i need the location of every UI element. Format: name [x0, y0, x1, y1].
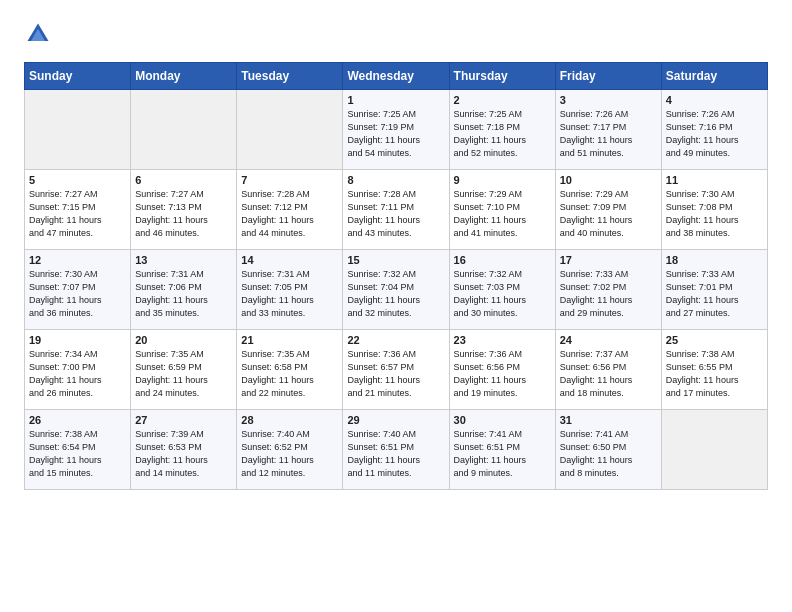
- day-info: Sunrise: 7:26 AM Sunset: 7:17 PM Dayligh…: [560, 108, 657, 160]
- day-info: Sunrise: 7:40 AM Sunset: 6:51 PM Dayligh…: [347, 428, 444, 480]
- day-info: Sunrise: 7:27 AM Sunset: 7:15 PM Dayligh…: [29, 188, 126, 240]
- day-info: Sunrise: 7:32 AM Sunset: 7:04 PM Dayligh…: [347, 268, 444, 320]
- calendar-week-row: 19Sunrise: 7:34 AM Sunset: 7:00 PM Dayli…: [25, 330, 768, 410]
- day-number: 27: [135, 414, 232, 426]
- day-number: 23: [454, 334, 551, 346]
- day-number: 16: [454, 254, 551, 266]
- calendar-cell: 31Sunrise: 7:41 AM Sunset: 6:50 PM Dayli…: [555, 410, 661, 490]
- page: SundayMondayTuesdayWednesdayThursdayFrid…: [0, 0, 792, 510]
- calendar-table: SundayMondayTuesdayWednesdayThursdayFrid…: [24, 62, 768, 490]
- day-info: Sunrise: 7:38 AM Sunset: 6:55 PM Dayligh…: [666, 348, 763, 400]
- weekday-header: Friday: [555, 63, 661, 90]
- day-info: Sunrise: 7:37 AM Sunset: 6:56 PM Dayligh…: [560, 348, 657, 400]
- calendar-cell: 29Sunrise: 7:40 AM Sunset: 6:51 PM Dayli…: [343, 410, 449, 490]
- weekday-header: Wednesday: [343, 63, 449, 90]
- day-info: Sunrise: 7:29 AM Sunset: 7:09 PM Dayligh…: [560, 188, 657, 240]
- day-number: 5: [29, 174, 126, 186]
- day-info: Sunrise: 7:41 AM Sunset: 6:50 PM Dayligh…: [560, 428, 657, 480]
- day-number: 4: [666, 94, 763, 106]
- calendar-cell: 1Sunrise: 7:25 AM Sunset: 7:19 PM Daylig…: [343, 90, 449, 170]
- day-number: 7: [241, 174, 338, 186]
- calendar-cell: 16Sunrise: 7:32 AM Sunset: 7:03 PM Dayli…: [449, 250, 555, 330]
- day-info: Sunrise: 7:32 AM Sunset: 7:03 PM Dayligh…: [454, 268, 551, 320]
- day-number: 26: [29, 414, 126, 426]
- calendar-cell: [237, 90, 343, 170]
- day-info: Sunrise: 7:28 AM Sunset: 7:12 PM Dayligh…: [241, 188, 338, 240]
- weekday-header: Tuesday: [237, 63, 343, 90]
- day-number: 10: [560, 174, 657, 186]
- day-info: Sunrise: 7:27 AM Sunset: 7:13 PM Dayligh…: [135, 188, 232, 240]
- calendar-cell: 15Sunrise: 7:32 AM Sunset: 7:04 PM Dayli…: [343, 250, 449, 330]
- day-number: 20: [135, 334, 232, 346]
- calendar-week-row: 1Sunrise: 7:25 AM Sunset: 7:19 PM Daylig…: [25, 90, 768, 170]
- day-number: 18: [666, 254, 763, 266]
- calendar-cell: 6Sunrise: 7:27 AM Sunset: 7:13 PM Daylig…: [131, 170, 237, 250]
- calendar-cell: 13Sunrise: 7:31 AM Sunset: 7:06 PM Dayli…: [131, 250, 237, 330]
- calendar-cell: 5Sunrise: 7:27 AM Sunset: 7:15 PM Daylig…: [25, 170, 131, 250]
- calendar-cell: 12Sunrise: 7:30 AM Sunset: 7:07 PM Dayli…: [25, 250, 131, 330]
- calendar-cell: 25Sunrise: 7:38 AM Sunset: 6:55 PM Dayli…: [661, 330, 767, 410]
- calendar-cell: [661, 410, 767, 490]
- day-info: Sunrise: 7:25 AM Sunset: 7:19 PM Dayligh…: [347, 108, 444, 160]
- day-info: Sunrise: 7:36 AM Sunset: 6:56 PM Dayligh…: [454, 348, 551, 400]
- calendar-cell: 23Sunrise: 7:36 AM Sunset: 6:56 PM Dayli…: [449, 330, 555, 410]
- day-info: Sunrise: 7:40 AM Sunset: 6:52 PM Dayligh…: [241, 428, 338, 480]
- day-number: 17: [560, 254, 657, 266]
- day-number: 29: [347, 414, 444, 426]
- day-number: 11: [666, 174, 763, 186]
- day-info: Sunrise: 7:30 AM Sunset: 7:08 PM Dayligh…: [666, 188, 763, 240]
- day-number: 28: [241, 414, 338, 426]
- calendar-cell: 14Sunrise: 7:31 AM Sunset: 7:05 PM Dayli…: [237, 250, 343, 330]
- calendar-cell: 21Sunrise: 7:35 AM Sunset: 6:58 PM Dayli…: [237, 330, 343, 410]
- day-info: Sunrise: 7:33 AM Sunset: 7:02 PM Dayligh…: [560, 268, 657, 320]
- calendar-cell: 11Sunrise: 7:30 AM Sunset: 7:08 PM Dayli…: [661, 170, 767, 250]
- calendar-cell: 10Sunrise: 7:29 AM Sunset: 7:09 PM Dayli…: [555, 170, 661, 250]
- day-number: 9: [454, 174, 551, 186]
- day-number: 24: [560, 334, 657, 346]
- calendar-week-row: 12Sunrise: 7:30 AM Sunset: 7:07 PM Dayli…: [25, 250, 768, 330]
- calendar-cell: 22Sunrise: 7:36 AM Sunset: 6:57 PM Dayli…: [343, 330, 449, 410]
- day-info: Sunrise: 7:28 AM Sunset: 7:11 PM Dayligh…: [347, 188, 444, 240]
- weekday-header-row: SundayMondayTuesdayWednesdayThursdayFrid…: [25, 63, 768, 90]
- calendar-cell: 27Sunrise: 7:39 AM Sunset: 6:53 PM Dayli…: [131, 410, 237, 490]
- day-info: Sunrise: 7:25 AM Sunset: 7:18 PM Dayligh…: [454, 108, 551, 160]
- day-info: Sunrise: 7:35 AM Sunset: 6:59 PM Dayligh…: [135, 348, 232, 400]
- day-number: 6: [135, 174, 232, 186]
- day-info: Sunrise: 7:29 AM Sunset: 7:10 PM Dayligh…: [454, 188, 551, 240]
- day-info: Sunrise: 7:38 AM Sunset: 6:54 PM Dayligh…: [29, 428, 126, 480]
- calendar-cell: [131, 90, 237, 170]
- calendar-cell: [25, 90, 131, 170]
- weekday-header: Thursday: [449, 63, 555, 90]
- calendar-cell: 20Sunrise: 7:35 AM Sunset: 6:59 PM Dayli…: [131, 330, 237, 410]
- day-number: 13: [135, 254, 232, 266]
- day-number: 21: [241, 334, 338, 346]
- day-info: Sunrise: 7:34 AM Sunset: 7:00 PM Dayligh…: [29, 348, 126, 400]
- day-number: 15: [347, 254, 444, 266]
- day-number: 19: [29, 334, 126, 346]
- weekday-header: Saturday: [661, 63, 767, 90]
- day-number: 22: [347, 334, 444, 346]
- day-info: Sunrise: 7:35 AM Sunset: 6:58 PM Dayligh…: [241, 348, 338, 400]
- calendar-cell: 3Sunrise: 7:26 AM Sunset: 7:17 PM Daylig…: [555, 90, 661, 170]
- calendar-cell: 28Sunrise: 7:40 AM Sunset: 6:52 PM Dayli…: [237, 410, 343, 490]
- calendar-cell: 7Sunrise: 7:28 AM Sunset: 7:12 PM Daylig…: [237, 170, 343, 250]
- weekday-header: Monday: [131, 63, 237, 90]
- day-info: Sunrise: 7:39 AM Sunset: 6:53 PM Dayligh…: [135, 428, 232, 480]
- day-info: Sunrise: 7:41 AM Sunset: 6:51 PM Dayligh…: [454, 428, 551, 480]
- calendar-cell: 8Sunrise: 7:28 AM Sunset: 7:11 PM Daylig…: [343, 170, 449, 250]
- day-number: 25: [666, 334, 763, 346]
- calendar-cell: 24Sunrise: 7:37 AM Sunset: 6:56 PM Dayli…: [555, 330, 661, 410]
- calendar-cell: 26Sunrise: 7:38 AM Sunset: 6:54 PM Dayli…: [25, 410, 131, 490]
- calendar-week-row: 26Sunrise: 7:38 AM Sunset: 6:54 PM Dayli…: [25, 410, 768, 490]
- day-info: Sunrise: 7:30 AM Sunset: 7:07 PM Dayligh…: [29, 268, 126, 320]
- weekday-header: Sunday: [25, 63, 131, 90]
- day-number: 14: [241, 254, 338, 266]
- header: [24, 20, 768, 48]
- day-info: Sunrise: 7:26 AM Sunset: 7:16 PM Dayligh…: [666, 108, 763, 160]
- day-info: Sunrise: 7:31 AM Sunset: 7:05 PM Dayligh…: [241, 268, 338, 320]
- calendar-cell: 30Sunrise: 7:41 AM Sunset: 6:51 PM Dayli…: [449, 410, 555, 490]
- calendar-cell: 4Sunrise: 7:26 AM Sunset: 7:16 PM Daylig…: [661, 90, 767, 170]
- day-info: Sunrise: 7:31 AM Sunset: 7:06 PM Dayligh…: [135, 268, 232, 320]
- day-number: 12: [29, 254, 126, 266]
- day-info: Sunrise: 7:36 AM Sunset: 6:57 PM Dayligh…: [347, 348, 444, 400]
